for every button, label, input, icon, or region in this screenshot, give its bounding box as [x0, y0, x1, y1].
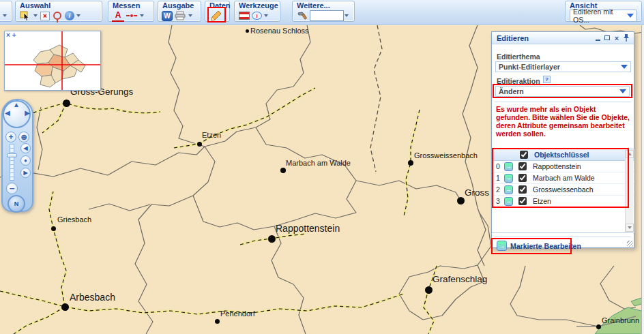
place-label: Grafenschlag [433, 274, 487, 284]
window-scroll-strip[interactable] [641, 25, 644, 334]
place-dot [215, 319, 220, 324]
overview-map[interactable]: ×+ [4, 31, 101, 91]
table-header-label: Objektschlüssel [534, 151, 589, 159]
place-dot [425, 286, 433, 294]
row-index: 0 [494, 162, 502, 170]
scroll-up-icon[interactable] [626, 150, 634, 158]
action-button-label: Markierte Bearbeiten [510, 242, 581, 250]
panel-title: Editieren [497, 34, 593, 42]
object-row[interactable]: 0→Rappottenstein [492, 161, 634, 172]
dropdown-caret-icon[interactable] [188, 14, 192, 17]
overview-move-icon[interactable]: + [12, 31, 16, 39]
editieraktion-value: Ändern [499, 87, 524, 95]
row-checkbox[interactable] [518, 174, 527, 182]
gis-application: Auswahl × i Messen A Ausgabe [0, 0, 644, 334]
editieraktion-dropdown[interactable]: Ändern [495, 86, 630, 97]
pan-select-icon[interactable] [51, 10, 63, 22]
list-scrollbar[interactable] [625, 150, 633, 232]
toolbar-group-weitere: Weitere... [292, 1, 355, 22]
hammer-tool-icon[interactable] [296, 10, 308, 22]
row-label: Rappottenstein [533, 162, 581, 170]
place-dot [63, 100, 70, 107]
ribbon-toolbar: Auswahl × i Messen A Ausgabe [0, 0, 644, 25]
place-label: Marbach am Walde [286, 159, 351, 167]
panel-resize-handle[interactable] [627, 241, 633, 247]
chevron-down-icon [619, 89, 626, 93]
place-label: Rosenau Schloss [250, 27, 309, 35]
word-export-icon[interactable]: W [162, 11, 173, 21]
scroll-down-icon[interactable] [626, 224, 634, 232]
ansicht-dropdown[interactable]: Editieren mit OS... [570, 10, 636, 22]
dropdown-caret-icon[interactable] [345, 14, 349, 17]
row-checkbox[interactable] [518, 197, 527, 205]
next-extent-button[interactable]: ▶ [20, 168, 31, 178]
ansicht-dropdown-value: Editieren mit OS... [573, 7, 627, 24]
print-icon[interactable] [174, 10, 186, 22]
toolbar-group-werkzeuge: Werkzeuge i [234, 1, 280, 22]
dropdown-caret-icon[interactable] [76, 14, 80, 17]
place-dot [197, 142, 202, 147]
overview-close-icon[interactable]: × [6, 31, 10, 39]
measure-distance-icon[interactable] [126, 10, 138, 22]
pin-icon[interactable] [621, 33, 631, 43]
pan-left-icon[interactable]: ◀ [5, 110, 10, 117]
place-label: Rappottenstein [276, 223, 340, 234]
map-navigation: ▲ ▼ ◀ ▶ + ⊕ ◀ ● ▶ − N [1, 99, 33, 212]
place-label: Arbesbach [70, 292, 115, 303]
edit-arrow-button[interactable]: → [504, 197, 513, 206]
edit-arrow-button[interactable]: → [504, 174, 513, 183]
group-label: Werkzeuge [235, 1, 280, 10]
previous-extent-button[interactable]: ◀ [20, 143, 31, 153]
info-tool-icon[interactable]: i [65, 11, 74, 20]
place-dot [51, 226, 56, 231]
minimize-button[interactable] [593, 33, 602, 43]
row-checkbox[interactable] [518, 185, 527, 194]
place-dot [408, 160, 413, 166]
north-compass[interactable]: N [8, 195, 25, 213]
group-label: Auswahl [16, 1, 102, 10]
panel-header[interactable]: Editieren × [492, 32, 634, 44]
restore-button[interactable] [602, 33, 612, 43]
editierthema-dropdown[interactable]: Punkt-Editierlayer [495, 61, 631, 72]
pan-up-icon[interactable]: ▲ [13, 102, 20, 108]
edit-pencil-icon[interactable] [209, 10, 222, 22]
select-tool-icon[interactable] [19, 10, 31, 22]
pan-right-icon[interactable]: ▶ [25, 110, 30, 117]
zoom-in-button[interactable]: + [5, 132, 16, 142]
zoom-slider[interactable] [10, 144, 14, 181]
zoom-slider-handle[interactable] [7, 153, 17, 157]
help-icon[interactable]: ? [543, 76, 551, 83]
row-index: 1 [494, 174, 502, 182]
edit-arrow-button[interactable]: → [504, 185, 513, 194]
zoom-out-button[interactable]: − [6, 183, 18, 194]
clear-selection-icon[interactable]: × [40, 12, 50, 20]
row-checkbox[interactable] [518, 162, 527, 170]
select-all-checkbox[interactable] [520, 151, 528, 159]
dropdown-caret-icon[interactable] [140, 14, 144, 17]
group-label: Daten [205, 1, 229, 10]
austria-flag-icon[interactable] [238, 10, 250, 22]
dropdown-caret-icon[interactable] [264, 14, 268, 17]
dropdown-caret-icon[interactable] [33, 14, 38, 17]
measure-area-icon[interactable]: A [112, 10, 124, 22]
pan-control[interactable]: ▲ ▼ ◀ ▶ [3, 100, 31, 128]
markierte-bearbeiten-button[interactable]: → Markierte Bearbeiten [495, 241, 581, 251]
place-label: Etzen [202, 131, 221, 139]
overview-region [5, 31, 100, 90]
dropdown-caret-icon[interactable] [3, 14, 7, 17]
tooltip-balloon-icon[interactable]: i [252, 12, 262, 20]
edit-arrow-button[interactable]: → [504, 162, 513, 171]
object-table-header: Objektschlüssel [492, 149, 634, 161]
group-label: Messen [108, 1, 153, 10]
place-label: Gross [465, 187, 489, 198]
object-row[interactable]: 1→Marbach am Walde [492, 172, 634, 184]
object-row[interactable]: 3→Etzen [492, 196, 634, 207]
object-list: Objektschlüssel 0→Rappottenstein1→Marbac… [492, 149, 634, 233]
close-icon[interactable]: × [612, 33, 621, 43]
center-map-button[interactable]: ● [20, 155, 31, 166]
full-extent-button[interactable]: ⊕ [18, 132, 29, 142]
row-index: 3 [494, 197, 502, 205]
row-label: Marbach am Walde [533, 174, 595, 182]
object-row[interactable]: 2→Grossweissenbach [492, 184, 634, 196]
weitere-input[interactable] [310, 10, 344, 21]
